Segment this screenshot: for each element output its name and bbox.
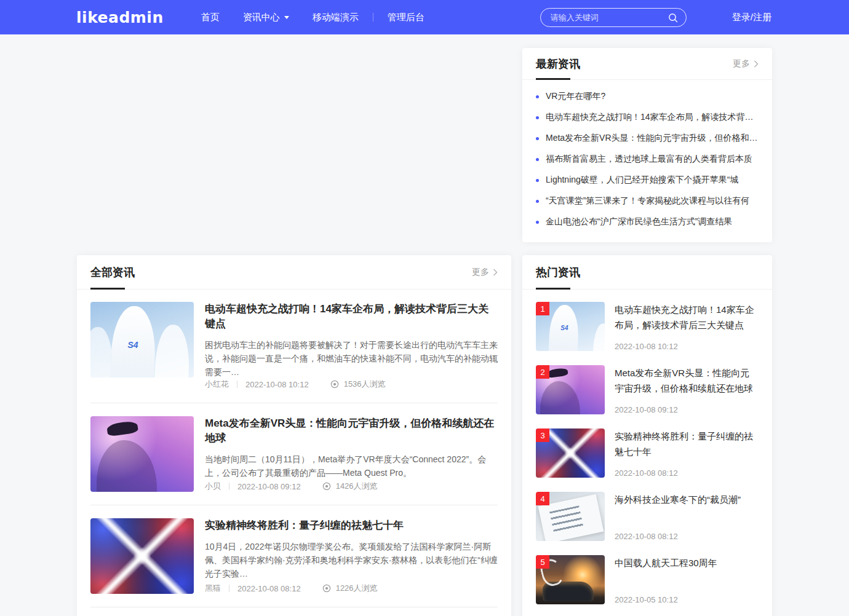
hot-news-item[interactable]: 1 电动车超快充之战打响！14家车企布局，解读技术背后三大关键点 2022-10… xyxy=(536,302,759,351)
right-column: 最新资讯 更多 VR元年在哪年? 电动车超快充之战打响！14家车企布局，解读技术… xyxy=(522,34,772,616)
search-input[interactable] xyxy=(541,9,686,26)
hot-item-date: 2022-10-08 08:12 xyxy=(615,532,759,541)
hot-news-header: 热门资讯 xyxy=(522,255,772,290)
hot-thumbnail: 2 xyxy=(536,365,605,414)
nav-item-mobile-demo[interactable]: 移动端演示 xyxy=(301,0,370,34)
bullet-dot-icon xyxy=(536,116,539,119)
article-meta: 小贝 2022-10-08 09:12 1426人浏览 xyxy=(205,481,498,492)
article-author: 小贝 xyxy=(205,481,221,492)
article-row[interactable]: Meta发布全新VR头显：性能向元宇宙升级，但价格和续航还在地球 当地时间周二（… xyxy=(90,403,498,505)
all-news-more-link[interactable]: 更多 xyxy=(472,267,498,278)
hot-news-list: 1 电动车超快充之战打响！14家车企布局，解读技术背后三大关键点 2022-10… xyxy=(522,290,772,604)
meta-divider xyxy=(237,381,237,388)
hot-item-date: 2022-10-08 08:12 xyxy=(615,468,759,478)
login-register-link[interactable]: 登录/注册 xyxy=(732,12,771,23)
article-desc: 困扰电动车主的补能问题将要被解决了！对于需要长途出行的电动汽车车主来说，补能问题… xyxy=(205,338,498,379)
views-eye-icon xyxy=(322,583,332,593)
rank-badge: 3 xyxy=(536,428,549,442)
views-eye-icon xyxy=(330,379,340,389)
hot-news-title: 热门资讯 xyxy=(536,265,580,280)
hot-news-item[interactable]: 2 Meta发布全新VR头显：性能向元宇宙升级，但价格和续航还在地球 2022-… xyxy=(536,365,759,414)
all-news-header: 全部资讯 更多 xyxy=(77,255,511,290)
article-title: 电动车超快充之战打响！14家车企布局，解读技术背后三大关键点 xyxy=(205,302,498,331)
article-views: 1426人浏览 xyxy=(336,481,378,492)
bullet-dot-icon xyxy=(536,95,539,98)
hot-item-date: 2022-10-08 09:12 xyxy=(615,405,759,414)
article-views: 1226人浏览 xyxy=(336,583,378,594)
rank-badge: 1 xyxy=(536,302,549,315)
hot-item-title: 实验精神终将胜利：量子纠缠的祛魅七十年 xyxy=(615,428,759,459)
all-news-title: 全部资讯 xyxy=(90,265,135,280)
meta-divider xyxy=(229,585,229,592)
chevron-right-icon xyxy=(754,60,759,68)
article-row[interactable]: 实验精神终将胜利：量子纠缠的祛魅七十年 10月4日，2022年诺贝尔物理学奖公布… xyxy=(90,505,498,607)
hot-thumbnail: 4 xyxy=(536,492,605,541)
hot-thumbnail: 5 xyxy=(536,555,605,604)
page-container: 全部资讯 更多 电动车超快充之战打响！14家车企布局，解读技术背后三大关键点 困… xyxy=(77,34,772,616)
latest-news-title: 最新资讯 xyxy=(536,57,580,71)
rank-badge: 4 xyxy=(536,492,549,505)
article-date: 2022-10-08 09:12 xyxy=(237,482,301,491)
article-desc: 当地时间周二（10月11日），Meta举办了VR年度大会“Connect 202… xyxy=(205,452,498,480)
logo[interactable]: likeadmin xyxy=(76,9,164,26)
list-item[interactable]: VR元年在哪年? xyxy=(536,86,759,107)
article-thumbnail xyxy=(90,518,194,594)
nav-divider xyxy=(373,13,373,22)
views-eye-icon xyxy=(322,481,332,491)
hot-item-title: Meta发布全新VR头显：性能向元宇宙升级，但价格和续航还在地球 xyxy=(615,365,759,396)
hot-news-item[interactable]: 3 实验精神终将胜利：量子纠缠的祛魅七十年 2022-10-08 08:12 xyxy=(536,428,759,478)
hot-item-date: 2022-10-08 10:12 xyxy=(615,342,759,351)
latest-news-header: 最新资讯 更多 xyxy=(522,48,772,80)
hot-news-panel: 热门资讯 1 电动车超快充之战打响！14家车企布局，解读技术背后三大关键点 20… xyxy=(522,255,772,616)
article-meta: 黑猫 2022-10-08 08:12 1226人浏览 xyxy=(205,583,498,594)
header-right: 登录/注册 xyxy=(540,8,771,27)
hot-news-item[interactable]: 5 中国载人航天工程30周年 2022-10-05 10:12 xyxy=(536,555,759,604)
article-date: 2022-10-08 08:12 xyxy=(237,584,301,593)
main-nav: 首页 资讯中心 移动端演示 管理后台 xyxy=(189,0,436,34)
hot-thumbnail: 1 xyxy=(536,302,605,351)
article-row[interactable]: 电动车超快充之战打响！14家车企布局，解读技术背后三大关键点 困扰电动车主的补能… xyxy=(90,290,498,403)
title-underline xyxy=(536,78,570,80)
article-title: 实验精神终将胜利：量子纠缠的祛魅七十年 xyxy=(205,518,498,533)
hot-thumbnail: 3 xyxy=(536,428,605,478)
latest-news-list: VR元年在哪年? 电动车超快充之战打响！14家车企布局，解读技术背后三… Met… xyxy=(522,80,772,241)
bullet-dot-icon xyxy=(536,221,539,224)
title-underline xyxy=(536,288,570,290)
list-item[interactable]: Lightning破壁，人们已经开始搜索下个撬开苹果“城 xyxy=(536,170,759,191)
hot-item-title: 海外科技企业寒冬下的“裁员潮” xyxy=(615,492,759,507)
meta-divider xyxy=(229,483,229,490)
hot-item-title: 电动车超快充之战打响！14家车企布局，解读技术背后三大关键点 xyxy=(615,302,759,333)
article-thumbnail xyxy=(90,302,194,377)
search-icon[interactable] xyxy=(668,12,679,26)
article-row[interactable]: 海外科技企业寒冬下的“裁员潮” xyxy=(90,607,498,616)
article-meta: 小红花 2022-10-08 10:12 1536人浏览 xyxy=(205,379,498,390)
list-item[interactable]: “天宫课堂”第三课来了！专家揭秘此次课程与以往有何 xyxy=(536,191,759,211)
bullet-dot-icon xyxy=(536,158,539,161)
hot-news-item[interactable]: 4 海外科技企业寒冬下的“裁员潮” 2022-10-08 08:12 xyxy=(536,492,759,541)
title-underline xyxy=(90,288,125,290)
article-thumbnail xyxy=(90,416,194,492)
hot-item-title: 中国载人航天工程30周年 xyxy=(615,555,759,571)
article-author: 小红花 xyxy=(205,379,229,390)
article-title: Meta发布全新VR头显：性能向元宇宙升级，但价格和续航还在地球 xyxy=(205,416,498,446)
rank-badge: 5 xyxy=(536,555,549,569)
list-item[interactable]: 福布斯首富易主，透过地球上最富有的人类看背后本质 xyxy=(536,149,759,170)
search-box xyxy=(540,8,687,27)
nav-item-home[interactable]: 首页 xyxy=(189,0,231,34)
left-column: 全部资讯 更多 电动车超快充之战打响！14家车企布局，解读技术背后三大关键点 困… xyxy=(77,34,511,616)
article-desc: 10月4日，2022年诺贝尔物理学奖公布。奖项颁发给了法国科学家阿兰·阿斯佩、美… xyxy=(205,540,498,580)
bullet-dot-icon xyxy=(536,137,539,140)
nav-item-admin[interactable]: 管理后台 xyxy=(376,0,436,34)
list-item[interactable]: Meta发布全新VR头显：性能向元宇宙升级，但价格和续…还 xyxy=(536,128,759,149)
chevron-down-icon xyxy=(284,16,289,19)
chevron-right-icon xyxy=(493,269,498,276)
latest-news-panel: 最新资讯 更多 VR元年在哪年? 电动车超快充之战打响！14家车企布局，解读技术… xyxy=(522,48,772,242)
site-header: likeadmin 首页 资讯中心 移动端演示 管理后台 登录/注册 xyxy=(0,0,849,34)
list-item[interactable]: 金山电池公布“沪广深市民绿色生活方式”调查结果 xyxy=(536,211,759,232)
article-date: 2022-10-08 10:12 xyxy=(245,380,309,389)
bullet-dot-icon xyxy=(536,200,539,203)
nav-item-news-center[interactable]: 资讯中心 xyxy=(231,0,301,34)
latest-news-more-link[interactable]: 更多 xyxy=(733,58,759,69)
list-item[interactable]: 电动车超快充之战打响！14家车企布局，解读技术背后三… xyxy=(536,107,759,128)
article-list: 电动车超快充之战打响！14家车企布局，解读技术背后三大关键点 困扰电动车主的补能… xyxy=(77,290,511,616)
